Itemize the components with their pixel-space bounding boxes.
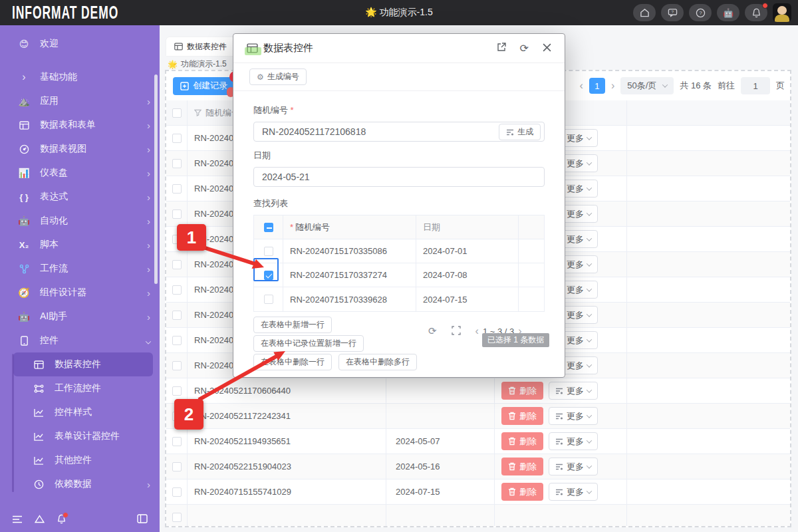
annotation-highlight-box — [253, 258, 279, 281]
more-button[interactable]: 更多 — [549, 407, 598, 425]
create-record-button[interactable]: 创建记录 New — [173, 77, 235, 95]
chevron-right-icon: › — [147, 192, 150, 203]
filter-icon[interactable] — [194, 109, 201, 116]
select-all-checkbox[interactable] — [264, 223, 273, 232]
row-checkbox[interactable] — [172, 209, 182, 219]
refresh-icon[interactable]: ⟳ — [520, 42, 529, 55]
sidebar-item-label: 仪表盘 — [40, 167, 147, 179]
sidebar-submenu: 数据表控件工作流控件控件样式表单设计器控件其他控件依赖数据› — [0, 352, 160, 496]
sidebar-item-基础功能[interactable]: ›基础功能 — [0, 65, 160, 89]
more-button[interactable]: 更多 — [549, 483, 598, 501]
row-select-cell — [166, 277, 188, 302]
filler-cell — [627, 277, 790, 302]
page-size-select[interactable]: 50条/页 — [620, 77, 674, 94]
collapse-panel-icon[interactable] — [137, 514, 148, 526]
sidebar-subitem-label: 表单设计器控件 — [55, 430, 150, 442]
data-table-widget-modal: 数据表控件 ⟳ ⚙ 生成编号 随机编号 RN-20240521172106818… — [233, 33, 565, 378]
prev-arrow[interactable]: ‹ — [475, 325, 479, 337]
goto-page-input[interactable]: 1 — [741, 77, 770, 94]
more-button[interactable]: 更多 — [549, 432, 598, 450]
close-icon[interactable] — [543, 43, 551, 55]
help-button[interactable]: ? — [689, 4, 712, 21]
row-checkbox[interactable] — [172, 513, 182, 522]
row-checkbox[interactable] — [172, 134, 182, 143]
bell-icon[interactable] — [57, 514, 66, 527]
sidebar-subitem-表单设计器控件[interactable]: 表单设计器控件 — [0, 424, 160, 448]
row-checkbox[interactable] — [172, 361, 182, 370]
menu-lines-icon[interactable] — [12, 514, 23, 526]
sidebar-item-欢迎[interactable]: 😊欢迎 — [0, 32, 160, 56]
row-checkbox[interactable] — [172, 336, 182, 345]
page-number-button[interactable]: 1 — [589, 78, 605, 94]
sidebar-item-表达式[interactable]: { }表达式› — [0, 185, 160, 209]
refresh-icon[interactable]: ⟳ — [428, 325, 437, 337]
fullscreen-icon[interactable] — [452, 326, 461, 337]
table-action-button[interactable]: 在表格中删除多行 — [338, 354, 417, 370]
table-action-button[interactable]: 在表格中记录位置新增一行 — [253, 335, 364, 352]
row-checkbox[interactable] — [264, 295, 273, 304]
filler-cell — [627, 404, 790, 428]
sidebar-scrollbar[interactable] — [154, 74, 158, 284]
sidebar-subitem-其他控件[interactable]: 其他控件 — [0, 448, 160, 472]
bell-button[interactable] — [745, 4, 767, 21]
sidebar-item-AI助手[interactable]: 🤖AI助手› — [0, 305, 160, 329]
next-page-arrow[interactable]: › — [611, 80, 614, 92]
generate-button[interactable]: 生成 — [499, 124, 541, 140]
sidebar-item-仪表盘[interactable]: 📊仪表盘› — [0, 161, 160, 185]
open-external-icon[interactable] — [497, 43, 506, 55]
delete-button[interactable]: 删除 — [501, 407, 543, 425]
sidebar-item-自动化[interactable]: 🤖自动化› — [0, 209, 160, 233]
sidebar-item-应用[interactable]: ⛰️应用› — [0, 89, 160, 113]
app-root: INFORMAT DEMO 🌟 功能演示-1.5 ??🤖 😊欢迎›基础功能⛰️应… — [0, 0, 798, 532]
row-checkbox[interactable] — [172, 386, 182, 396]
sidebar-item-组件设计器[interactable]: 🧭组件设计器› — [0, 281, 160, 305]
row-checkbox[interactable] — [172, 159, 182, 168]
row-checkbox[interactable] — [172, 487, 182, 497]
date-input[interactable]: 2024-05-21 — [253, 167, 545, 187]
annotation-marker-2: 2 — [174, 399, 203, 430]
sidebar-subitem-label: 控件样式 — [55, 406, 150, 418]
sidebar-item-控件[interactable]: 控件 — [0, 329, 160, 352]
more-button[interactable]: 更多 — [549, 382, 598, 400]
user-avatar[interactable] — [773, 3, 791, 22]
delete-button[interactable]: 删除 — [501, 483, 543, 501]
row-checkbox[interactable] — [264, 247, 273, 256]
total-count: 共 16 条 — [680, 80, 712, 92]
tab-data-table-widget[interactable]: 数据表控件 — [166, 37, 235, 56]
table-row: RN-20240521170606440删除更多 — [166, 378, 790, 404]
random-number-input[interactable]: RN-20240521172106818 生成 — [253, 122, 545, 142]
triangle-icon[interactable] — [35, 514, 45, 526]
row-checkbox[interactable] — [172, 260, 182, 269]
sidebar-item-脚本[interactable]: X₂脚本› — [0, 233, 160, 257]
comment-button[interactable]: ? — [661, 4, 684, 21]
sidebar-item-工作流[interactable]: 工作流› — [0, 257, 160, 281]
sidebar-subitem-依赖数据[interactable]: 依赖数据› — [0, 472, 160, 496]
filler-cell — [627, 126, 790, 150]
sidebar-subitem-工作流控件[interactable]: 工作流控件 — [0, 376, 160, 400]
delete-button[interactable]: 删除 — [501, 432, 543, 450]
row-checkbox[interactable] — [172, 462, 182, 471]
sidebar-subitem-控件样式[interactable]: 控件样式 — [0, 400, 160, 424]
robot-button[interactable]: 🤖 — [717, 4, 739, 21]
row-checkbox[interactable] — [172, 184, 182, 194]
more-button[interactable]: 更多 — [549, 458, 598, 475]
table-action-button[interactable]: 在表格中删除一行 — [253, 354, 332, 370]
delete-button[interactable]: 删除 — [501, 382, 543, 400]
row-checkbox[interactable] — [172, 285, 182, 295]
sidebar-subitem-label: 工作流控件 — [55, 382, 150, 394]
home-button[interactable] — [633, 4, 656, 21]
sidebar-subitem-数据表控件[interactable]: 数据表控件 — [13, 352, 153, 376]
row-checkbox[interactable] — [172, 437, 182, 446]
date-cell — [386, 404, 495, 428]
row-checkbox[interactable] — [172, 311, 182, 320]
generate-number-button[interactable]: ⚙ 生成编号 — [249, 68, 307, 85]
table-row: RN-20240521172242341删除更多 — [166, 404, 790, 429]
delete-button[interactable]: 删除 — [501, 458, 543, 475]
table-action-button[interactable]: 在表格中新增一行 — [253, 317, 332, 333]
svg-text:?: ? — [671, 10, 674, 14]
sidebar-item-数据表视图[interactable]: 数据表视图› — [0, 137, 160, 161]
sidebar-item-数据表和表单[interactable]: 数据表和表单› — [0, 113, 160, 137]
prev-page-arrow[interactable]: ‹ — [580, 80, 583, 92]
select-all-checkbox[interactable] — [172, 108, 182, 118]
date-cell: 2024-05-16 — [386, 454, 495, 479]
